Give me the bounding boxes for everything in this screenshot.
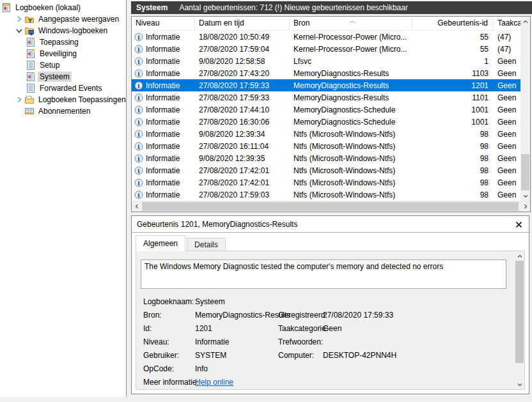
svg-text:i: i	[137, 155, 140, 162]
field-label: Computer:	[278, 351, 314, 360]
event-level-cell: iInformatie	[132, 142, 195, 151]
event-task-category: Geen	[493, 57, 521, 66]
event-row[interactable]: iInformatie27/08/2020 16:30:06MemoryDiag…	[132, 116, 522, 128]
svg-text:i: i	[137, 167, 140, 174]
sidebar-item-forwarded-events[interactable]: Forwarded Events	[0, 82, 126, 94]
event-row[interactable]: iInformatie9/08/2020 12:39:35Ntfs (Micro…	[132, 152, 522, 164]
event-list-header: Niveau Datum en tijd Bron Gebeurtenis-id…	[132, 17, 530, 31]
sidebar-item-aangepaste-weergaven[interactable]: Aangepaste weergaven	[0, 13, 126, 25]
vertical-scrollbar-thumb[interactable]	[515, 261, 524, 363]
event-task-category: Geen	[493, 93, 521, 102]
event-id: 98	[412, 190, 493, 199]
field-label: Trefwoorden:	[278, 337, 323, 346]
event-level: Informatie	[146, 105, 180, 114]
event-level: Informatie	[146, 142, 180, 151]
event-row[interactable]: iInformatie27/08/2020 17:44:10MemoryDiag…	[132, 104, 522, 116]
scroll-up-icon[interactable]	[520, 17, 530, 26]
event-source: Ntfs (Microsoft-Windows-Ntfs)	[290, 154, 412, 163]
event-source: Lfsvc	[290, 57, 412, 66]
column-header-gebeurtenis-id[interactable]: Gebeurtenis-id	[412, 17, 493, 30]
event-level: Informatie	[146, 166, 180, 175]
info-icon: i	[134, 130, 143, 139]
event-row[interactable]: iInformatie27/08/2020 17:43:20MemoryDiag…	[132, 67, 522, 79]
event-list-vertical-scrollbar[interactable]	[520, 17, 530, 201]
event-source: Ntfs (Microsoft-Windows-Ntfs)	[290, 178, 412, 187]
scroll-down-icon[interactable]	[520, 191, 530, 201]
event-count-status: Aantal gebeurtenissen: 712 (!) Nieuwe ge…	[179, 3, 408, 12]
field-value: SYSTEM	[195, 351, 226, 360]
event-source: Ntfs (Microsoft-Windows-Ntfs)	[290, 142, 412, 151]
event-detail-pane: Gebeurtenis 1201, MemoryDiagnostics-Resu…	[131, 215, 529, 394]
event-level-cell: iInformatie	[132, 166, 195, 175]
svg-text:i: i	[137, 94, 140, 101]
event-source: Kernel-Processor-Power (Micro...	[290, 33, 412, 42]
event-row[interactable]: iInformatie27/08/2020 17:59:03Ntfs (Micr…	[132, 189, 522, 201]
subscriptions-icon	[24, 106, 35, 116]
vertical-scrollbar-thumb[interactable]	[521, 154, 529, 190]
sidebar-item-toepassing[interactable]: Toepassing	[0, 36, 126, 48]
detail-field-row: Logboeknaam:Systeem	[136, 297, 510, 311]
column-header-datum[interactable]: Datum en tijd	[195, 17, 290, 30]
event-viewer-log-icon	[1, 3, 12, 13]
info-icon: i	[134, 190, 143, 199]
event-row[interactable]: iInformatie27/08/2020 16:11:04Ntfs (Micr…	[132, 140, 522, 152]
event-row[interactable]: iInformatie27/08/2020 17:42:01Ntfs (Micr…	[132, 164, 522, 176]
scroll-down-icon[interactable]	[515, 380, 524, 389]
sidebar-item-systeem[interactable]: Systeem	[0, 71, 126, 82]
column-header-niveau[interactable]: Niveau	[132, 17, 195, 30]
scroll-up-icon[interactable]	[515, 251, 524, 261]
event-row[interactable]: iInformatie27/08/2020 17:42:01Ntfs (Micr…	[132, 176, 522, 189]
event-level-cell: iInformatie	[132, 57, 195, 66]
event-detail-title-bar: Gebeurtenis 1201, MemoryDiagnostics-Resu…	[132, 216, 529, 233]
event-task-category: Geen	[493, 105, 521, 114]
svg-text:i: i	[137, 70, 140, 77]
info-icon: i	[134, 81, 143, 90]
scroll-right-icon[interactable]	[520, 201, 530, 212]
expander-spacer	[13, 106, 24, 116]
event-row[interactable]: iInformatie9/08/2020 12:58:58Lfsvc1Geen	[132, 55, 522, 67]
sidebar-item-beveiliging[interactable]: Beveiliging	[0, 48, 126, 59]
event-row[interactable]: iInformatie18/08/2020 10:50:49Kernel-Pro…	[132, 31, 522, 43]
chevron-right-icon[interactable]	[13, 95, 24, 105]
event-task-category: Geen	[493, 166, 521, 175]
chevron-right-icon[interactable]	[13, 14, 24, 24]
field-label: Taakcategorie:	[278, 324, 328, 333]
event-row[interactable]: iInformatie27/08/2020 17:59:33MemoryDiag…	[132, 79, 522, 91]
event-id: 98	[412, 166, 493, 175]
event-id: 98	[412, 178, 493, 187]
event-id: 1	[412, 57, 493, 66]
event-task-category: Geen	[493, 142, 521, 151]
detail-vertical-scrollbar[interactable]	[515, 251, 524, 389]
event-level-cell: iInformatie	[132, 33, 195, 42]
event-row[interactable]: iInformatie27/08/2020 17:59:04Kernel-Pro…	[132, 43, 522, 55]
log-plain-icon	[26, 83, 36, 93]
event-row[interactable]: iInformatie9/08/2020 12:39:34Ntfs (Micro…	[132, 128, 522, 140]
svg-text:i: i	[137, 45, 140, 52]
event-source: MemoryDiagnostics-Results	[290, 93, 412, 102]
sidebar-item-setup[interactable]: Setup	[0, 59, 126, 71]
sidebar-item-windows-logboeken[interactable]: Windows-logboeken	[0, 25, 126, 36]
event-level: Informatie	[146, 45, 180, 54]
event-id: 55	[412, 33, 493, 42]
svg-text:i: i	[137, 118, 140, 125]
log-title-bar: Systeem Aantal gebeurtenissen: 712 (!) N…	[131, 1, 532, 14]
svg-text:i: i	[137, 130, 140, 137]
event-description[interactable]: The Windows Memory Diagnostic tested the…	[141, 259, 506, 289]
sidebar-item-logboeken-toepassingen-en[interactable]: Logboeken Toepassingen en	[0, 94, 126, 105]
chevron-down-icon[interactable]	[13, 26, 24, 36]
tab-details[interactable]: Details	[187, 238, 226, 251]
event-row[interactable]: iInformatie27/08/2020 17:59:33MemoryDiag…	[132, 91, 522, 104]
help-online-link[interactable]: Help online	[195, 378, 233, 387]
sidebar-item-logboeken-lokaal[interactable]: Logboeken (lokaal)	[0, 2, 126, 13]
tab-algemeen[interactable]: Algemeen	[136, 235, 185, 251]
horizontal-scrollbar-thumb[interactable]	[142, 202, 519, 211]
event-log-icon	[26, 72, 36, 82]
event-task-category: Geen	[493, 118, 521, 127]
sidebar-item-abonnementen[interactable]: Abonnementen	[0, 105, 126, 117]
scroll-left-icon[interactable]	[132, 201, 141, 212]
column-header-taakcategorie[interactable]: Taakca	[493, 17, 521, 30]
field-label: Niveau:	[143, 337, 169, 346]
event-list-horizontal-scrollbar[interactable]	[132, 201, 530, 212]
event-id: 98	[412, 142, 493, 151]
close-icon[interactable]	[515, 220, 522, 228]
